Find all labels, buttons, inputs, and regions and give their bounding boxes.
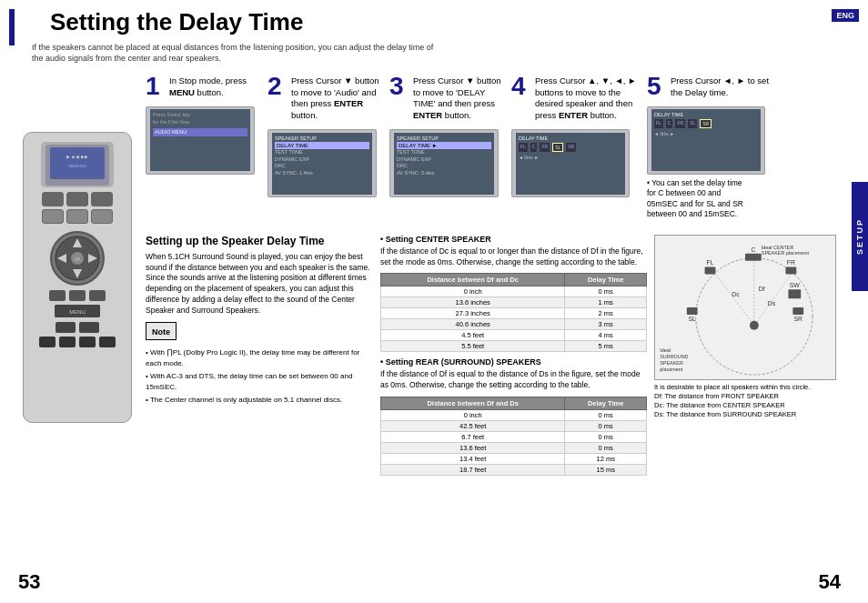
svg-rect-18 xyxy=(785,266,796,274)
table-row: 0 inch0 ms xyxy=(381,286,647,297)
svg-text:FR: FR xyxy=(787,258,795,265)
svg-rect-16 xyxy=(705,266,716,274)
remote-buttons xyxy=(42,192,113,224)
step-2-number: 2 xyxy=(267,74,288,99)
page-subtitle: If the speakers cannot be placed at equa… xyxy=(32,42,854,65)
svg-rect-24 xyxy=(687,307,698,315)
page-title: Setting the Delay Time xyxy=(50,9,303,35)
table2-header-distance: Distance between Df and Ds xyxy=(381,397,565,410)
step-2-header: 2 Press Cursor ▼ button to move to 'Audi… xyxy=(267,74,386,122)
page-number-right: 54 xyxy=(819,570,841,594)
remote-extra-btns xyxy=(56,322,99,333)
table-row: 42.5 feet0 ms xyxy=(381,421,647,432)
step-2: 2 Press Cursor ▼ button to move to 'Audi… xyxy=(267,74,386,197)
cursor-note: • You can set the delay time for C betwe… xyxy=(647,178,747,220)
step-3-number: 3 xyxy=(389,74,409,99)
step-3-text: Press Cursor ▼ button to move to 'DELAY … xyxy=(413,74,508,122)
table-header-delay: Delay Time xyxy=(565,274,647,286)
note-item-1: • With ∏PL (Dolby Pro Logic II), the del… xyxy=(146,347,373,369)
main-content: ▶ ■ ◀ ▶▶ SAMSUNG xyxy=(14,74,854,481)
table-row: 5.5 feet5 ms xyxy=(381,341,647,352)
svg-text:SURROUND: SURROUND xyxy=(660,354,688,359)
bottom-left: Setting up the Speaker Delay Time When 5… xyxy=(146,235,373,482)
table-row: 40.6 inches3 ms xyxy=(381,319,647,330)
rear-speaker-title: • Setting REAR (SURROUND) SPEAKERS xyxy=(380,357,647,367)
table-row: 27.3 inches2 ms xyxy=(381,308,647,319)
note-item-2: • With AC-3 and DTS, the delay time can … xyxy=(146,371,373,393)
speaker-delay-title: Setting up the Speaker Delay Time xyxy=(146,235,373,247)
svg-text:OK: OK xyxy=(74,256,81,262)
svg-text:SPEAKER: SPEAKER xyxy=(660,360,683,366)
step-3-screen: SPEAKER SETUP DELAY TIME ► TEST TONE DYN… xyxy=(389,129,499,197)
step-4-screen: DELAY TIME FL C FR SL SR ◄ 0ms ► xyxy=(511,129,630,197)
steps-section: 1 In Stop mode, press MENU button. Press… xyxy=(146,74,854,481)
note-item-3: • The Center channel is only adjustable … xyxy=(146,395,373,406)
table-row: 4.5 feet4 ms xyxy=(381,330,647,341)
bottom-middle: • Setting CENTER SPEAKER If the distance… xyxy=(380,235,647,482)
eng-badge: ENG xyxy=(832,9,859,22)
svg-text:Df: Df xyxy=(759,286,765,292)
svg-text:Ds: Ds xyxy=(768,300,776,307)
svg-text:▶ ■ ◀ ▶▶: ▶ ■ ◀ ▶▶ xyxy=(66,154,87,159)
speaker-delay-body: When 5.1CH Surround Sound is played, you… xyxy=(146,252,373,317)
svg-text:SPEAKER placement: SPEAKER placement xyxy=(762,249,810,255)
svg-text:C: C xyxy=(751,246,755,252)
svg-text:SAMSUNG: SAMSUNG xyxy=(68,164,86,168)
setup-sidebar: SETUP xyxy=(852,182,868,291)
step-1-header: 1 In Stop mode, press MENU button. xyxy=(146,74,264,99)
remote-menu: MENU xyxy=(55,305,100,317)
step-5-text: Press Cursor ◄, ► to set the Delay time. xyxy=(671,74,779,99)
table-row: 6.7 feet0 ms xyxy=(381,432,647,443)
table-row: 13.6 feet0 ms xyxy=(381,443,647,454)
speaker-diagram: FL FR C SW SL xyxy=(654,235,836,380)
steps-row: 1 In Stop mode, press MENU button. Press… xyxy=(146,74,854,220)
svg-text:placement: placement xyxy=(660,367,683,372)
svg-text:SL: SL xyxy=(689,315,697,321)
remote-small-btns xyxy=(49,290,106,301)
svg-rect-22 xyxy=(788,289,801,298)
table-row: 0 inch0 ms xyxy=(381,410,647,421)
remote-section: ▶ ■ ◀ ▶▶ SAMSUNG xyxy=(14,74,141,481)
svg-text:FL: FL xyxy=(706,258,713,265)
step-1-screen: Press Select keyfor the First Step AUDIO… xyxy=(146,106,255,175)
step-5-screen: DELAY TIME FL C FR SL SR ◄ 3ms ► xyxy=(647,106,765,175)
svg-text:Ideal: Ideal xyxy=(660,347,671,353)
note-items: • With ∏PL (Dolby Pro Logic II), the del… xyxy=(146,347,373,406)
step-4-header: 4 Press Cursor ▲, ▼, ◄, ► buttons to mov… xyxy=(511,74,643,122)
remote-image: ▶ ■ ◀ ▶▶ SAMSUNG xyxy=(23,132,132,423)
note-label: Note xyxy=(152,327,170,337)
table-row: 13.4 feet12 ms xyxy=(381,454,647,465)
svg-rect-26 xyxy=(792,307,803,315)
svg-text:MENU: MENU xyxy=(69,309,86,315)
step-5: 5 Press Cursor ◄, ► to set the Delay tim… xyxy=(647,74,779,220)
remote-bottom-btns xyxy=(39,337,116,347)
svg-rect-20 xyxy=(745,253,762,260)
note-box: Note xyxy=(146,322,177,340)
step-4-text: Press Cursor ▲, ▼, ◄, ► buttons to move … xyxy=(535,74,643,122)
step-5-header: 5 Press Cursor ◄, ► to set the Delay tim… xyxy=(647,74,779,99)
rear-speaker-desc: If the distance of Df is equal to the di… xyxy=(380,369,647,391)
table-row: 18.7 feet15 ms xyxy=(381,465,647,476)
step-4: 4 Press Cursor ▲, ▼, ◄, ► buttons to mov… xyxy=(511,74,643,197)
rear-speaker-table: Distance between Df and Ds Delay Time 0 … xyxy=(380,397,647,476)
page-container: ENG SETUP Setting the Delay Time If the … xyxy=(0,0,868,603)
svg-text:Dc: Dc xyxy=(732,291,740,297)
svg-point-15 xyxy=(750,320,759,329)
step-3: 3 Press Cursor ▼ button to move to 'DELA… xyxy=(389,74,508,197)
step-2-screen: SPEAKER SETUP DELAY TIME TEST TONE DYNAM… xyxy=(267,129,377,197)
center-speaker-title: • Setting CENTER SPEAKER xyxy=(380,235,647,244)
page-number-left: 53 xyxy=(18,570,40,594)
bottom-section: Setting up the Speaker Delay Time When 5… xyxy=(146,235,854,482)
step-5-number: 5 xyxy=(647,74,667,99)
remote-display: ▶ ■ ◀ ▶▶ SAMSUNG xyxy=(41,142,114,187)
table2-header-delay: Delay Time xyxy=(565,397,647,410)
step-1-number: 1 xyxy=(146,74,166,99)
setup-label: SETUP xyxy=(855,218,864,255)
center-speaker-table: Distance between Df and Dc Delay Time 0 … xyxy=(380,273,647,352)
step-2-text: Press Cursor ▼ button to move to 'Audio'… xyxy=(291,74,386,122)
diagram-note: It is desirable to place all speakers wi… xyxy=(654,383,854,420)
step-1: 1 In Stop mode, press MENU button. Press… xyxy=(146,74,264,175)
center-speaker-desc: If the distance of Dc is equal to or lon… xyxy=(380,246,647,268)
left-accent-bar xyxy=(9,9,15,45)
step-4-number: 4 xyxy=(511,74,531,99)
